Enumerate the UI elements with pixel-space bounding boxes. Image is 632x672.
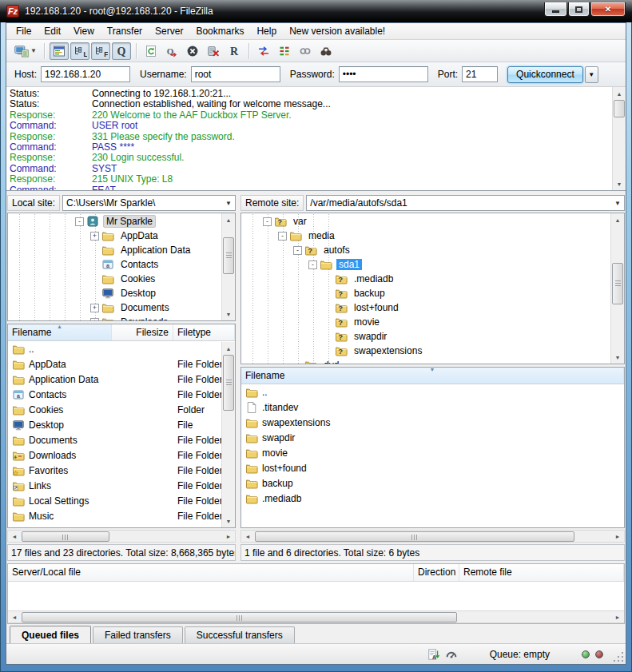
queue-column-remote-file[interactable]: Remote file <box>459 564 624 581</box>
close-button[interactable]: ✕ <box>590 2 626 17</box>
expand-icon[interactable]: + <box>90 304 99 312</box>
resize-grip[interactable] <box>614 652 624 662</box>
tree-item-autofs[interactable]: -?autofs <box>241 243 610 257</box>
tree-item-lost-found[interactable]: ?lost+found <box>241 300 610 315</box>
directory-comparison-button[interactable] <box>254 42 273 60</box>
file-row-favorites[interactable]: FavoritesFile Folder <box>8 463 235 478</box>
file-row-links[interactable]: LinksFile Folder <box>8 478 235 493</box>
tree-item-media[interactable]: -media <box>241 229 610 243</box>
scroll-thumb[interactable] <box>614 100 625 117</box>
file-row-downloads[interactable]: DownloadsFile Folder <box>8 447 235 463</box>
host-input[interactable] <box>41 66 130 82</box>
menu-item-view[interactable]: View <box>67 24 101 38</box>
file-row-music[interactable]: MusicFile Folder <box>8 508 235 523</box>
refresh-button[interactable] <box>141 42 161 60</box>
message-log-scrollbar[interactable]: ▲ ▼ <box>612 87 626 190</box>
file-row-movie[interactable]: movie <box>241 445 624 460</box>
expand-icon[interactable]: + <box>90 232 99 241</box>
expand-icon[interactable]: + <box>90 318 99 321</box>
scroll-up-arrow[interactable]: ▲ <box>613 87 626 100</box>
file-row-application-data[interactable]: Application DataFile Folder <box>8 372 235 387</box>
scroll-left-arrow[interactable]: ◄ <box>241 530 254 543</box>
remote-tree-toggle-button[interactable]: F <box>91 42 110 60</box>
menu-item-bookmarks[interactable]: Bookmarks <box>189 24 250 38</box>
title-bar[interactable]: Fz 192.168.1.20 - root@192.168.1.20 - Fi… <box>0 0 632 22</box>
local-tree-scrollbar[interactable]: ▲ ▼ <box>221 213 235 320</box>
column-header-filename[interactable]: Filename▲ <box>8 324 112 340</box>
file-row-contacts[interactable]: aContactsFile Folder <box>8 387 235 402</box>
synchronized-browsing-button[interactable] <box>296 42 315 60</box>
scroll-left-arrow[interactable]: ◄ <box>8 610 21 623</box>
find-files-button[interactable] <box>316 42 336 60</box>
tree-item-swapdir[interactable]: ?swapdir <box>241 329 610 344</box>
tab-successful-transfers[interactable]: Successful transfers <box>185 626 295 643</box>
file-row-appdata[interactable]: AppDataFile Folder <box>8 356 235 372</box>
tree-item-downloads[interactable]: +Downloads <box>8 315 221 320</box>
tree-item-sda1[interactable]: -sda1 <box>241 257 610 272</box>
tree-item-mr-sparkle[interactable]: -Mr Sparkle <box>8 214 221 229</box>
tree-item-backup[interactable]: ?backup <box>241 286 610 300</box>
username-input[interactable] <box>191 66 280 82</box>
file-row-[interactable]: .. <box>241 384 624 400</box>
message-log-toggle-button[interactable] <box>50 42 69 60</box>
chevron-down-icon[interactable]: ▼ <box>222 200 232 207</box>
collapse-icon[interactable]: - <box>293 246 302 255</box>
tree-item-movie[interactable]: ?movie <box>241 315 610 329</box>
process-queue-button[interactable]: Q <box>162 42 181 60</box>
local-site-combobox[interactable]: C:\Users\Mr Sparkle\ ▼ <box>62 195 236 211</box>
queue-column-direction[interactable]: Direction <box>414 564 459 581</box>
collapse-icon[interactable]: - <box>75 217 84 226</box>
disconnect-button[interactable] <box>204 42 223 60</box>
local-list-scrollbar[interactable]: ▲ ▼ <box>221 342 235 527</box>
file-row-[interactable]: .. <box>8 341 235 356</box>
scroll-right-arrow[interactable]: ► <box>611 610 624 623</box>
minimize-button[interactable] <box>544 2 567 17</box>
scroll-up-arrow[interactable]: ▲ <box>611 213 624 226</box>
file-row-documents[interactable]: DocumentsFile Folder <box>8 432 235 447</box>
tree-item-swapextensions[interactable]: ?swapextensions <box>241 344 610 358</box>
scroll-down-arrow[interactable]: ▼ <box>611 351 624 364</box>
file-row-local-settings[interactable]: Local SettingsFile Folder <box>8 493 235 508</box>
scroll-thumb[interactable] <box>255 531 574 542</box>
scroll-thumb[interactable] <box>223 355 234 411</box>
tree-item-documents[interactable]: +Documents <box>8 300 221 315</box>
reconnect-button[interactable]: R <box>225 42 244 60</box>
tree-item-desktop[interactable]: Desktop <box>8 286 221 300</box>
tree-item-appdata[interactable]: +AppData <box>8 229 221 243</box>
file-row-mediadb[interactable]: .mediadb <box>241 491 624 506</box>
scroll-thumb[interactable] <box>22 531 109 542</box>
menu-item-server[interactable]: Server <box>149 24 189 38</box>
local-list-hscrollbar[interactable]: ◄ ► <box>7 530 236 543</box>
password-input[interactable] <box>339 66 428 82</box>
tree-item-contacts[interactable]: aContacts <box>8 257 221 272</box>
remote-site-combobox[interactable]: /var/media/autofs/sda1 ▼ <box>306 195 625 211</box>
queue-hscrollbar[interactable]: ◄ ► <box>8 610 624 623</box>
file-row-titandev[interactable]: .titandev <box>241 400 624 415</box>
menu-item-file[interactable]: File <box>10 24 38 38</box>
menu-item-edit[interactable]: Edit <box>38 24 67 38</box>
site-manager-button[interactable]: ▼ <box>12 42 39 60</box>
menu-item-new-version-available[interactable]: New version available! <box>283 24 392 38</box>
tree-item-mediadb[interactable]: ?.mediadb <box>241 272 610 286</box>
column-header-filesize[interactable]: Filesize <box>112 324 173 340</box>
column-header-filetype[interactable]: Filetype <box>173 324 235 340</box>
file-row-swapdir[interactable]: swapdir <box>241 430 624 445</box>
file-row-backup[interactable]: backup <box>241 475 624 491</box>
scroll-right-arrow[interactable]: ► <box>611 530 624 543</box>
port-input[interactable] <box>462 66 498 82</box>
collapse-icon[interactable]: - <box>263 217 272 226</box>
transfer-queue-body[interactable] <box>8 582 624 610</box>
file-row-lost-found[interactable]: lost+found <box>241 460 624 475</box>
local-tree-toggle-button[interactable]: L <box>70 42 89 60</box>
tree-item-application-data[interactable]: Application Data <box>8 243 221 257</box>
file-row-desktop[interactable]: DesktopFile <box>8 417 235 432</box>
quickconnect-dropdown-button[interactable]: ▼ <box>585 66 598 83</box>
quickconnect-button[interactable]: Quickconnect <box>507 66 583 83</box>
queue-toggle-button[interactable]: Q <box>112 42 131 60</box>
file-row-swapextensions[interactable]: swapextensions <box>241 415 624 430</box>
menu-item-help[interactable]: Help <box>250 24 283 38</box>
remote-tree-scrollbar[interactable]: ▲ ▼ <box>610 213 624 364</box>
collapse-icon[interactable]: - <box>278 232 287 241</box>
scroll-left-arrow[interactable]: ◄ <box>8 530 21 543</box>
remote-list-hscrollbar[interactable]: ◄ ► <box>240 530 625 543</box>
